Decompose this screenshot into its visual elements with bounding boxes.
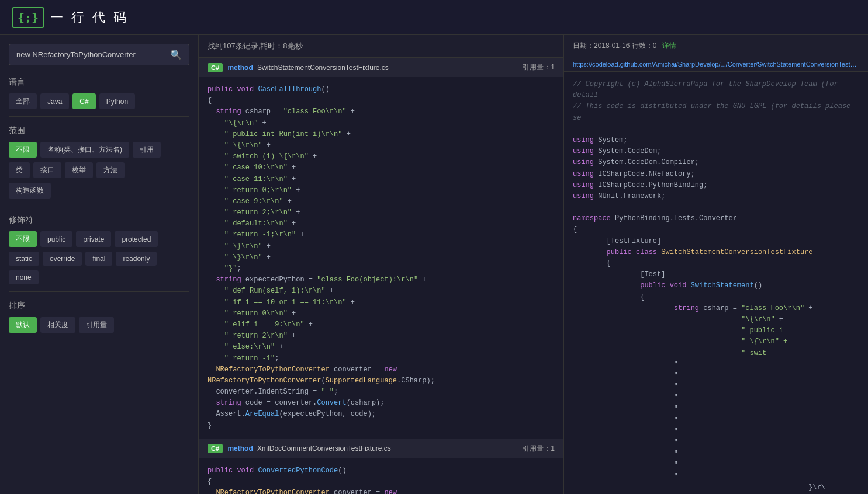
language-filter-row: 全部 Java C# Python: [9, 93, 189, 109]
lang-btn-java[interactable]: Java: [40, 93, 69, 109]
right-panel-url[interactable]: https://codeload.github.com/Amichai/Shar…: [564, 57, 868, 72]
code-block-2[interactable]: public void ConvertedPythonCode() { NRef…: [199, 458, 563, 494]
detail-link[interactable]: 详情: [662, 41, 676, 50]
modifier-filter-row3: none: [9, 270, 189, 284]
right-code-block: // Copyright (c) AlphaSierraPapa for the…: [564, 72, 868, 494]
lang-btn-python[interactable]: Python: [99, 93, 135, 109]
logo-text: 一 行 代 码: [50, 9, 129, 26]
scope-filter-row1: 不限 名称(类、接口、方法名) 引用: [9, 142, 189, 158]
scope-btn-constructor[interactable]: 构造函数: [9, 183, 51, 199]
modifier-btn-override[interactable]: override: [43, 252, 82, 266]
scope-btn-unlimited[interactable]: 不限: [9, 142, 37, 158]
lang-btn-csharp[interactable]: C#: [72, 93, 95, 109]
result-card-1-title: C# method SwitchStatementConversionTestF…: [208, 64, 389, 72]
modifier-btn-readonly[interactable]: readonly: [116, 252, 157, 266]
result-card-2-title: C# method XmlDocCommentConversionTestFix…: [208, 444, 391, 453]
divider-2: [9, 206, 189, 206]
filename-1: SwitchStatementConversionTestFixture.cs: [257, 64, 389, 72]
sort-btn-citation[interactable]: 引用量: [79, 317, 114, 333]
type-badge-2: method: [227, 444, 253, 453]
modifier-btn-public[interactable]: public: [40, 231, 72, 247]
right-panel-header: 日期：2018-01-16 行数：0 详情: [564, 35, 868, 57]
logo-icon: {;}: [12, 7, 44, 28]
scope-filter-row3: 构造函数: [9, 183, 189, 199]
lang-btn-all[interactable]: 全部: [9, 93, 37, 109]
sidebar: 🔍 语言 全部 Java C# Python 范围 不限 名称(类、接口、方法名…: [0, 35, 199, 494]
result-card-2-header: C# method XmlDocCommentConversionTestFix…: [199, 439, 563, 458]
scope-btn-method[interactable]: 方法: [96, 162, 125, 178]
right-panel: 日期：2018-01-16 行数：0 详情 https://codeload.g…: [564, 35, 868, 494]
results-header: 找到107条记录,耗时：8毫秒: [199, 35, 563, 58]
main-layout: 🔍 语言 全部 Java C# Python 范围 不限 名称(类、接口、方法名…: [0, 35, 868, 494]
sort-section-title: 排序: [9, 301, 189, 311]
right-panel-meta: 日期：2018-01-16 行数：0: [573, 41, 656, 50]
language-section-title: 语言: [9, 77, 189, 88]
scope-btn-interface[interactable]: 接口: [33, 162, 61, 178]
divider-1: [9, 116, 189, 117]
scope-btn-name[interactable]: 名称(类、接口、方法名): [40, 142, 129, 158]
divider-3: [9, 291, 189, 292]
content-area: 找到107条记录,耗时：8毫秒 C# method SwitchStatemen…: [199, 35, 564, 494]
scope-btn-enum[interactable]: 枚举: [65, 162, 93, 178]
sort-btn-default[interactable]: 默认: [9, 317, 37, 333]
modifier-filter-row2: static override final readonly: [9, 252, 189, 266]
result-card-1: C# method SwitchStatementConversionTestF…: [199, 58, 563, 439]
search-bar: 🔍: [9, 44, 189, 65]
header: {;} 一 行 代 码: [0, 0, 868, 35]
scope-section-title: 范围: [9, 126, 189, 136]
modifier-btn-unlimited[interactable]: 不限: [9, 231, 37, 247]
citation-2: 引用量：1: [523, 444, 555, 454]
lang-badge-1: C#: [208, 63, 223, 72]
scope-btn-citation[interactable]: 引用: [133, 142, 161, 158]
filename-2: XmlDocCommentConversionTestFixture.cs: [257, 444, 391, 453]
result-card-2: C# method XmlDocCommentConversionTestFix…: [199, 439, 563, 494]
type-badge-1: method: [227, 64, 253, 72]
modifier-btn-final[interactable]: final: [85, 252, 112, 266]
modifier-filter-row1: 不限 public private protected: [9, 231, 189, 247]
search-button[interactable]: 🔍: [163, 44, 189, 65]
result-card-1-header: C# method SwitchStatementConversionTestF…: [199, 58, 563, 77]
modifier-btn-none[interactable]: none: [9, 270, 39, 284]
lang-badge-2: C#: [208, 444, 223, 453]
sort-btn-relevance[interactable]: 相关度: [40, 317, 75, 333]
modifier-btn-protected[interactable]: protected: [115, 231, 158, 247]
code-block-1[interactable]: public void CaseFallThrough() { string c…: [199, 77, 563, 439]
modifier-section-title: 修饰符: [9, 215, 189, 225]
search-input[interactable]: [9, 44, 163, 65]
citation-1: 引用量：1: [523, 62, 555, 72]
modifier-btn-private[interactable]: private: [76, 231, 111, 247]
scope-btn-class[interactable]: 类: [9, 162, 30, 178]
logo: {;} 一 行 代 码: [12, 7, 129, 28]
modifier-btn-static[interactable]: static: [9, 252, 39, 266]
sort-filter-row: 默认 相关度 引用量: [9, 317, 189, 333]
scope-filter-row2: 类 接口 枚举 方法: [9, 162, 189, 178]
